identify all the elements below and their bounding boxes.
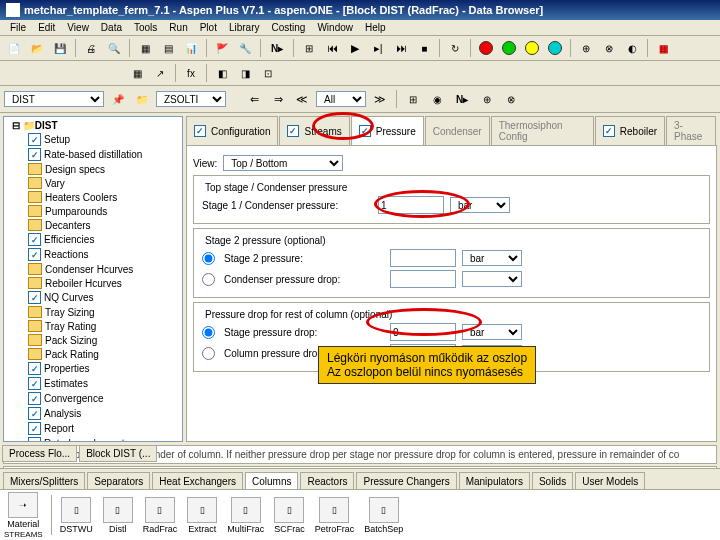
radio-column-drop[interactable] [202,347,215,360]
tab-streams[interactable]: Streams [279,116,349,145]
step-icon[interactable]: ▸| [368,38,388,58]
folder-icon[interactable]: 📁 [132,89,152,109]
tools-icon[interactable]: 🔧 [235,38,255,58]
palette-item[interactable]: ▯SCFrac [274,497,305,534]
tree-item[interactable]: Vary [6,176,180,190]
tree-item[interactable]: Convergence [6,391,180,406]
stage2-value[interactable] [390,249,456,267]
status-green[interactable] [499,38,519,58]
tree-item[interactable]: Rate-based report [6,436,180,442]
misc-icon-2[interactable]: ⊗ [599,38,619,58]
block-select[interactable]: DIST [4,91,104,107]
nav-icon[interactable]: ⊞ [299,38,319,58]
stage1-value[interactable] [378,196,444,214]
pin-icon[interactable]: 📌 [108,89,128,109]
tree-item[interactable]: Analysis [6,406,180,421]
nav-first[interactable]: ≪ [292,89,312,109]
stop-icon[interactable]: ■ [414,38,434,58]
open-icon[interactable]: 📂 [27,38,47,58]
menu-help[interactable]: Help [359,20,392,35]
next-button[interactable]: N▸ [266,38,288,58]
nav-last[interactable]: ≫ [370,89,390,109]
nav-next-button[interactable]: N▸ [451,89,473,109]
menu-costing[interactable]: Costing [266,20,312,35]
tab-pressure[interactable]: Pressure [351,116,424,145]
misc-icon-1[interactable]: ⊕ [576,38,596,58]
tab-reboiler[interactable]: Reboiler [595,116,665,145]
rewind-icon[interactable]: ⏮ [322,38,342,58]
tree-item[interactable]: Report [6,421,180,436]
menu-edit[interactable]: Edit [32,20,61,35]
status-yellow[interactable] [522,38,542,58]
stage-drop-value[interactable] [390,323,456,341]
nav-icon-a[interactable]: ⊞ [403,89,423,109]
palette-item[interactable]: ▯BatchSep [364,497,403,534]
preview-icon[interactable]: 🔍 [104,38,124,58]
radio-cond-drop[interactable] [202,273,215,286]
tree-item[interactable]: Decanters [6,218,180,232]
menu-file[interactable]: File [4,20,32,35]
tree-item[interactable]: Properties [6,361,180,376]
nav-icon-c[interactable]: ⊕ [477,89,497,109]
stage-drop-unit[interactable]: bar [462,324,522,340]
menu-run[interactable]: Run [163,20,193,35]
tree-item[interactable]: Reboiler Hcurves [6,276,180,290]
nav-icon-d[interactable]: ⊗ [501,89,521,109]
tab-configuration[interactable]: Configuration [186,116,278,145]
print-icon[interactable]: 🖨 [81,38,101,58]
tree-root[interactable]: ⊟ 📁 DIST [6,119,180,132]
tree-item[interactable]: Setup [6,132,180,147]
tab-process-flow[interactable]: Process Flo... [2,445,77,462]
play-icon[interactable]: ▶ [345,38,365,58]
tree-panel[interactable]: ⊟ 📁 DIST SetupRate-based distillationDes… [3,116,183,442]
palette-streams[interactable]: ➝ Material STREAMS [4,492,43,539]
palette-item[interactable]: ▯DSTWU [60,497,93,534]
nav-fwd[interactable]: ⇒ [268,89,288,109]
tb2-arrow-icon[interactable]: ↗ [150,63,170,83]
menu-view[interactable]: View [61,20,95,35]
menu-data[interactable]: Data [95,20,128,35]
cond-drop-value[interactable] [390,270,456,288]
tree-item[interactable]: NQ Curves [6,290,180,305]
tree-item[interactable]: Pack Sizing [6,333,180,347]
tb2-b-icon[interactable]: ◨ [235,63,255,83]
tb2-c-icon[interactable]: ⊡ [258,63,278,83]
palette-item[interactable]: ▯RadFrac [143,497,178,534]
radio-stage-drop[interactable] [202,326,215,339]
tb2-grid-icon[interactable]: ▦ [127,63,147,83]
tb2-fx-icon[interactable]: fx [181,63,201,83]
tree-item[interactable]: Pumparounds [6,204,180,218]
menu-library[interactable]: Library [223,20,266,35]
tree-item[interactable]: Tray Sizing [6,305,180,319]
nav-icon-b[interactable]: ◉ [427,89,447,109]
palette-item[interactable]: ▯Distl [103,497,133,534]
menu-plot[interactable]: Plot [194,20,223,35]
flag-icon[interactable]: 🚩 [212,38,232,58]
stage1-unit[interactable]: bar [450,197,510,213]
menu-window[interactable]: Window [311,20,359,35]
stage2-unit[interactable]: bar [462,250,522,266]
cond-drop-unit[interactable] [462,271,522,287]
tb2-a-icon[interactable]: ◧ [212,63,232,83]
tree-item[interactable]: Tray Rating [6,319,180,333]
misc-icon-3[interactable]: ◐ [622,38,642,58]
tab-thermosiphon-config[interactable]: Thermosiphon Config [491,116,594,145]
tab-block-dist[interactable]: Block DIST (... [79,445,157,462]
tree-item[interactable]: Estimates [6,376,180,391]
save-icon[interactable]: 💾 [50,38,70,58]
radio-stage2-pressure[interactable] [202,252,215,265]
chart-icon[interactable]: 📊 [181,38,201,58]
nav-back[interactable]: ⇐ [244,89,264,109]
tree-item[interactable]: Rate-based distillation [6,147,180,162]
filter-select[interactable]: All [316,91,366,107]
tree-item[interactable]: Design specs [6,162,180,176]
tree-item[interactable]: Pack Rating [6,347,180,361]
menu-tools[interactable]: Tools [128,20,163,35]
user-select[interactable]: ZSOLTI [156,91,226,107]
table-icon[interactable]: ▤ [158,38,178,58]
tab-3-phase[interactable]: 3-Phase [666,116,716,145]
tree-item[interactable]: Condenser Hcurves [6,262,180,276]
tree-item[interactable]: Reactions [6,247,180,262]
tree-item[interactable]: Heaters Coolers [6,190,180,204]
refresh-icon[interactable]: ↻ [445,38,465,58]
